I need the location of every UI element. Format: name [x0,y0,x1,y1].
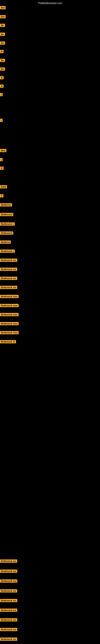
badge-b33: Bottleneck re [0,340,16,343]
badge-b41: Bottleneck res [0,628,17,631]
badge-b12: | [0,119,2,122]
badge-b16: Bottl [0,185,7,188]
badge-b23: Bottleneck r [0,250,15,253]
badge-b10: B [0,84,3,88]
badge-b9: B [0,76,3,79]
badge-b40: Bottleneck res [0,618,17,622]
badge-b15: B [0,167,3,170]
badge-b3: Bo [0,24,5,27]
badge-b38: Bottleneck res [0,599,17,602]
badge-b14: | [0,158,2,161]
badge-b5: Bo [0,42,5,45]
badge-b35: Bottleneck res [0,570,17,573]
badge-b42: Bottleneck res [0,638,17,641]
badge-b39: Bottleneck res [0,608,17,612]
badge-b6: B [0,50,3,53]
badge-b31: Bottleneck resu [0,322,19,325]
badge-b26: Bottleneck res [0,277,17,280]
badge-b36: Bottleneck res [0,580,17,582]
badge-b17: E [0,194,3,198]
badge-b19: Bottleneck [0,213,13,216]
badge-b11: | [0,93,2,96]
badge-b27: Bottleneck res [0,286,17,289]
badge-b13: Bott [0,149,6,152]
badge-b1: Bot [0,6,6,9]
badge-b32: Bottleneck resu [0,331,19,334]
badge-b25: Bottleneck res [0,268,17,271]
badge-b7: Bo [0,59,5,62]
badge-b22: Bottlene [0,240,11,244]
badge-b30: Bottleneck resu [0,313,19,316]
badge-b8: Bo [0,68,5,71]
badge-b29: Bottleneck resu [0,304,19,307]
badge-b28: Bottleneck resu [0,295,19,298]
badge-b24: Bottleneck res [0,258,17,262]
badge-b4: Bo [0,32,5,36]
site-title: TheBottlenecker.com [38,2,62,5]
badge-b34: Bottleneck res [0,560,17,563]
badge-b18: Bottlenec [0,203,12,206]
badge-b21: Bottleneck [0,232,13,235]
badge-b37: Bottleneck res [0,589,17,592]
badge-b20: Bottleneck r [0,222,15,226]
badge-b2: Bot [0,15,6,18]
